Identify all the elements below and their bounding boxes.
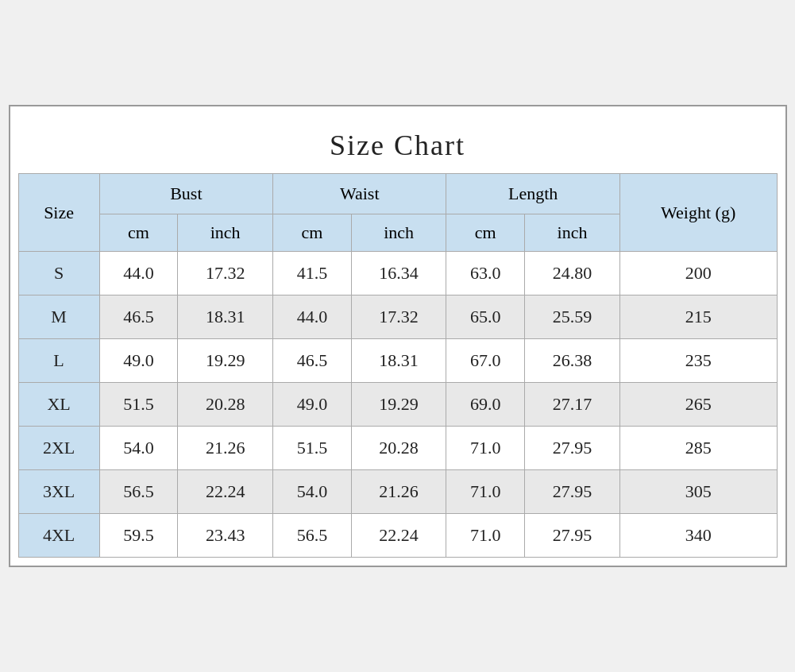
- length-inch-cell: 27.17: [525, 383, 620, 427]
- bust-cm-cell: 59.5: [99, 514, 178, 558]
- weight-cell: 305: [619, 470, 777, 514]
- length-inch-cell: 27.95: [525, 470, 620, 514]
- table-row: M46.518.3144.017.3265.025.59215: [18, 295, 777, 339]
- table-row: 2XL54.021.2651.520.2871.027.95285: [18, 427, 777, 470]
- size-cell: 4XL: [18, 514, 99, 558]
- table-row: L49.019.2946.518.3167.026.38235: [18, 339, 777, 383]
- size-cell: XL: [18, 383, 99, 427]
- size-cell: 2XL: [18, 427, 99, 470]
- length-column-header: Length: [446, 174, 619, 214]
- length-cm-cell: 67.0: [446, 339, 525, 383]
- length-cm-header: cm: [446, 214, 525, 252]
- bust-inch-cell: 22.24: [178, 470, 273, 514]
- length-cm-cell: 71.0: [446, 470, 525, 514]
- waist-cm-cell: 46.5: [273, 339, 352, 383]
- bust-cm-cell: 54.0: [99, 427, 178, 470]
- bust-cm-cell: 44.0: [99, 252, 178, 295]
- length-inch-cell: 26.38: [525, 339, 620, 383]
- table-row: XL51.520.2849.019.2969.027.17265: [18, 383, 777, 427]
- waist-inch-cell: 16.34: [351, 252, 446, 295]
- bust-inch-header: inch: [178, 214, 273, 252]
- length-inch-cell: 27.95: [525, 514, 620, 558]
- bust-cm-cell: 56.5: [99, 470, 178, 514]
- bust-inch-cell: 17.32: [178, 252, 273, 295]
- weight-cell: 285: [619, 427, 777, 470]
- bust-inch-cell: 18.31: [178, 295, 273, 339]
- length-inch-cell: 25.59: [525, 295, 620, 339]
- size-cell: L: [18, 339, 99, 383]
- size-cell: 3XL: [18, 470, 99, 514]
- waist-inch-cell: 22.24: [351, 514, 446, 558]
- waist-cm-cell: 41.5: [273, 252, 352, 295]
- length-cm-cell: 65.0: [446, 295, 525, 339]
- length-cm-cell: 71.0: [446, 427, 525, 470]
- weight-cell: 215: [619, 295, 777, 339]
- length-inch-cell: 27.95: [525, 427, 620, 470]
- weight-column-header: Weight (g): [619, 174, 777, 252]
- bust-inch-cell: 20.28: [178, 383, 273, 427]
- waist-cm-header: cm: [273, 214, 352, 252]
- weight-cell: 340: [619, 514, 777, 558]
- waist-inch-cell: 21.26: [351, 470, 446, 514]
- length-inch-header: inch: [525, 214, 620, 252]
- waist-inch-cell: 19.29: [351, 383, 446, 427]
- length-cm-cell: 63.0: [446, 252, 525, 295]
- bust-cm-cell: 51.5: [99, 383, 178, 427]
- bust-inch-cell: 23.43: [178, 514, 273, 558]
- table-row: 3XL56.522.2454.021.2671.027.95305: [18, 470, 777, 514]
- length-cm-cell: 69.0: [446, 383, 525, 427]
- size-chart-table: Size Bust Waist Length Weight (g) cm inc…: [18, 173, 778, 558]
- waist-inch-cell: 17.32: [351, 295, 446, 339]
- table-row: S44.017.3241.516.3463.024.80200: [18, 252, 777, 295]
- waist-inch-header: inch: [351, 214, 446, 252]
- waist-cm-cell: 56.5: [273, 514, 352, 558]
- bust-inch-cell: 21.26: [178, 427, 273, 470]
- bust-cm-cell: 46.5: [99, 295, 178, 339]
- waist-inch-cell: 18.31: [351, 339, 446, 383]
- bust-column-header: Bust: [99, 174, 272, 214]
- waist-cm-cell: 44.0: [273, 295, 352, 339]
- weight-cell: 265: [619, 383, 777, 427]
- waist-cm-cell: 49.0: [273, 383, 352, 427]
- waist-cm-cell: 54.0: [273, 470, 352, 514]
- weight-cell: 200: [619, 252, 777, 295]
- size-cell: S: [18, 252, 99, 295]
- waist-cm-cell: 51.5: [273, 427, 352, 470]
- weight-cell: 235: [619, 339, 777, 383]
- size-cell: M: [18, 295, 99, 339]
- waist-column-header: Waist: [273, 174, 446, 214]
- bust-cm-cell: 49.0: [99, 339, 178, 383]
- size-column-header: Size: [18, 174, 99, 252]
- bust-inch-cell: 19.29: [178, 339, 273, 383]
- bust-cm-header: cm: [99, 214, 178, 252]
- table-row: 4XL59.523.4356.522.2471.027.95340: [18, 514, 777, 558]
- length-inch-cell: 24.80: [525, 252, 620, 295]
- chart-container: Size Chart Size Bust Waist Length Weight…: [9, 105, 787, 567]
- length-cm-cell: 71.0: [446, 514, 525, 558]
- chart-title: Size Chart: [18, 114, 778, 173]
- waist-inch-cell: 20.28: [351, 427, 446, 470]
